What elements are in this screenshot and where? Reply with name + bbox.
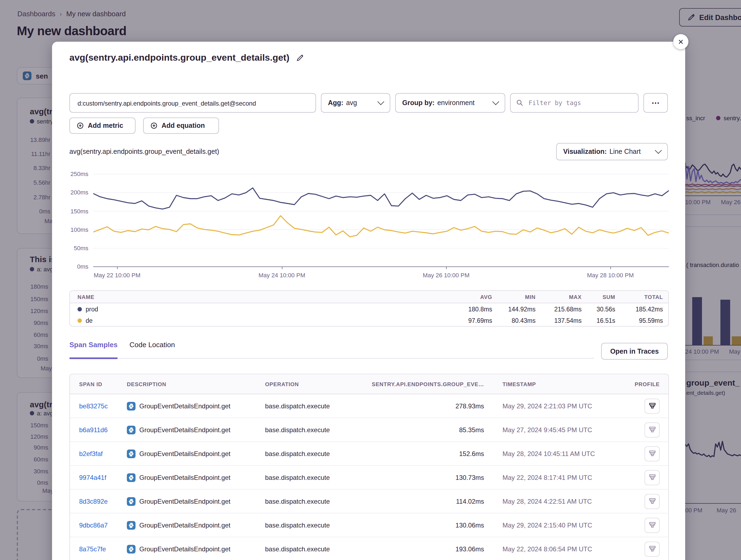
y-axis-tick: 250ms	[65, 171, 88, 177]
y-axis-tick: 200ms	[65, 189, 88, 195]
summary-row[interactable]: de 97.69ms 80.43ms 137.54ms 16.51s 95.59…	[70, 315, 668, 326]
close-icon[interactable]: ✕	[673, 34, 688, 49]
group-by-value: environment	[437, 99, 475, 107]
series-total: 185.42ms	[615, 306, 663, 312]
profile-button[interactable]	[645, 446, 660, 461]
span-description: GroupEventDetailsEndpoint.get	[139, 402, 230, 410]
y-axis-tick: 50ms	[65, 245, 88, 251]
python-icon	[127, 449, 136, 458]
x-axis-tick: May 22 10:00 PM	[94, 272, 140, 278]
profile-button[interactable]	[645, 470, 660, 485]
x-axis-tick: May 26 10:00 PM	[423, 272, 469, 278]
span-metric-value: 130.06ms	[371, 521, 484, 529]
span-operation: base.dispatch.execute	[265, 474, 371, 481]
profile-button[interactable]	[645, 398, 660, 413]
y-axis-tick: 0ms	[65, 263, 88, 270]
x-axis-tickmark	[282, 267, 282, 269]
span-operation: base.dispatch.execute	[265, 497, 371, 505]
table-row: 8d3c892e GroupEventDetailsEndpoint.get b…	[70, 490, 668, 513]
line-chart-plot[interactable]	[93, 174, 669, 267]
span-timestamp: May 29, 2024 2:15:40 PM UTC	[502, 521, 632, 529]
aggregation-dropdown[interactable]: Agg: avg	[321, 93, 390, 113]
filter-tags-field[interactable]	[527, 98, 632, 107]
profile-button[interactable]	[645, 541, 660, 556]
col-operation: OPERATION	[265, 381, 371, 387]
span-metric-value: 85.35ms	[371, 426, 484, 433]
span-id-link[interactable]: 8d3c892e	[79, 497, 127, 505]
series-avg: 180.8ms	[441, 306, 492, 312]
profile-icon	[648, 473, 656, 481]
chevron-down-icon	[492, 98, 499, 105]
samples-header-row: SPAN ID DESCRIPTION OPERATION SENTRY.API…	[70, 374, 668, 394]
agg-label: Agg:	[328, 99, 343, 107]
series-name: prod	[86, 306, 98, 312]
app-viewport: Dashboards › My new dashboard My new das…	[0, 0, 741, 560]
series-sum: 16.51s	[582, 317, 615, 324]
span-description: GroupEventDetailsEndpoint.get	[139, 545, 230, 553]
span-id-link[interactable]: 8a75c7fe	[79, 545, 127, 553]
span-operation: base.dispatch.execute	[265, 545, 371, 553]
span-timestamp: May 22, 2024 8:06:54 PM UTC	[502, 545, 632, 553]
summary-col-total: TOTAL	[615, 294, 663, 300]
add-metric-button[interactable]: Add metric	[69, 117, 136, 134]
add-metric-label: Add metric	[88, 122, 123, 130]
span-timestamp: May 29, 2024 2:21:03 PM UTC	[502, 402, 632, 410]
tab-span-samples[interactable]: Span Samples	[69, 341, 118, 358]
profile-icon	[648, 545, 656, 553]
plus-circle-icon	[150, 122, 158, 130]
agg-value: avg	[346, 99, 357, 107]
table-row: b2ef3faf GroupEventDetailsEndpoint.get b…	[70, 442, 668, 466]
span-metric-value: 114.02ms	[371, 497, 484, 505]
chart-title: avg(sentry.api.endpoints.group_event_det…	[69, 148, 219, 155]
span-id-link[interactable]: 9974a41f	[79, 474, 127, 481]
series-avg: 97.69ms	[441, 317, 492, 324]
span-id-link[interactable]: 9dbc86a7	[79, 521, 127, 529]
series-summary-table: NAME AVG MIN MAX SUM TOTAL prod 180.8ms …	[69, 290, 669, 327]
chevron-down-icon	[655, 147, 662, 154]
span-id-link[interactable]: b2ef3faf	[79, 450, 127, 457]
profile-button[interactable]	[645, 517, 660, 533]
series-max: 137.54ms	[536, 317, 582, 324]
open-in-traces-button[interactable]: Open in Traces	[601, 343, 668, 359]
more-options-button[interactable]: ⋯	[644, 93, 668, 113]
span-operation: base.dispatch.execute	[265, 426, 371, 433]
span-samples-table: SPAN ID DESCRIPTION OPERATION SENTRY.API…	[69, 374, 669, 560]
span-id-link[interactable]: b6a911d6	[79, 426, 127, 433]
python-icon	[127, 473, 136, 482]
span-description: GroupEventDetailsEndpoint.get	[139, 474, 230, 481]
legend-dot	[77, 318, 82, 323]
group-by-dropdown[interactable]: Group by: environment	[395, 93, 505, 113]
tab-code-location[interactable]: Code Location	[130, 341, 175, 358]
profile-icon	[648, 497, 656, 505]
table-row: 8a75c7fe GroupEventDetailsEndpoint.get b…	[70, 537, 668, 560]
summary-col-sum: SUM	[582, 294, 615, 300]
detail-tabs: Span Samples Code Location	[69, 341, 594, 358]
span-operation: base.dispatch.execute	[265, 402, 371, 410]
span-id-link[interactable]: be83275c	[79, 402, 127, 410]
col-span-id: SPAN ID	[79, 381, 127, 387]
add-equation-button[interactable]: Add equation	[143, 117, 219, 134]
series-total: 95.59ms	[615, 317, 663, 324]
summary-row[interactable]: prod 180.8ms 144.92ms 215.68ms 30.56s 18…	[70, 303, 668, 315]
span-timestamp: May 28, 2024 4:22:51 AM UTC	[502, 497, 632, 505]
x-axis-tickmark	[446, 267, 447, 269]
table-row: b6a911d6 GroupEventDetailsEndpoint.get b…	[70, 418, 668, 442]
python-icon	[127, 521, 136, 530]
python-icon	[127, 402, 136, 410]
search-icon	[516, 99, 524, 107]
series-max: 215.68ms	[536, 306, 582, 312]
span-description: GroupEventDetailsEndpoint.get	[139, 497, 230, 505]
metric-query-input[interactable]	[69, 93, 316, 113]
profile-button[interactable]	[645, 494, 660, 509]
span-description: GroupEventDetailsEndpoint.get	[139, 521, 230, 529]
filter-by-tags-input[interactable]	[510, 93, 638, 113]
summary-col-max: MAX	[536, 294, 582, 300]
span-operation: base.dispatch.execute	[265, 521, 371, 529]
metric-mri-field[interactable]	[76, 99, 309, 107]
visualization-label: Visualization:	[563, 148, 607, 155]
span-metric-value: 152.6ms	[371, 450, 484, 457]
edit-title-pencil-icon[interactable]	[296, 54, 304, 62]
profile-button[interactable]	[645, 422, 660, 437]
visualization-dropdown[interactable]: Visualization: Line Chart	[556, 143, 668, 160]
span-description: GroupEventDetailsEndpoint.get	[139, 450, 230, 457]
